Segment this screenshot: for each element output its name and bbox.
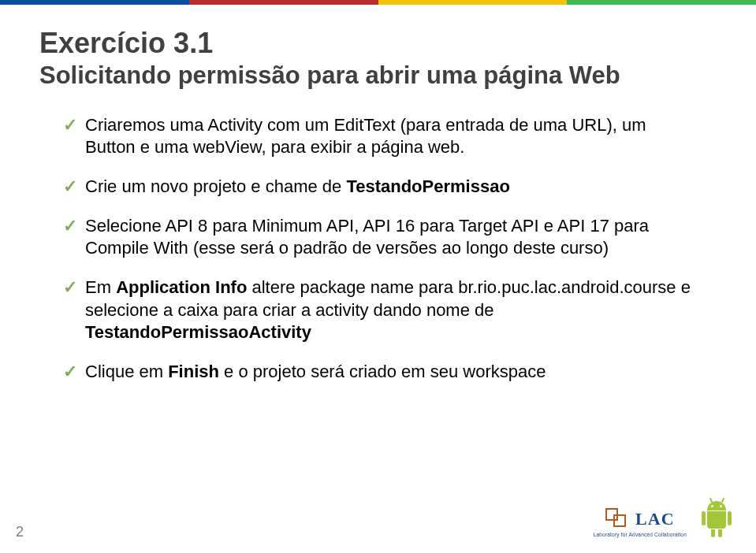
- bold-term: Application Info: [116, 277, 247, 297]
- bullet-list: Criaremos uma Activity com um EditText (…: [39, 114, 701, 383]
- top-accent-stripe: [0, 0, 756, 5]
- bold-term: Finish: [168, 362, 219, 381]
- bold-term: TestandoPermissao: [346, 176, 509, 196]
- lac-logo-subtext: Laboratory for Advanced Collaboration: [594, 532, 687, 537]
- bullet-text: Criaremos uma Activity com um EditText (…: [85, 115, 646, 157]
- slide-subtitle: Solicitando permissão para abrir uma pág…: [39, 61, 701, 90]
- bullet-text: e o projeto será criado em seu workspace: [219, 362, 546, 381]
- android-icon: [701, 501, 732, 537]
- bullet-text: Clique em: [85, 362, 168, 381]
- list-item: Crie um novo projeto e chame de Testando…: [63, 176, 701, 198]
- footer-logos: LAC Laboratory for Advanced Collaboratio…: [594, 501, 732, 537]
- page-number: 2: [16, 524, 24, 540]
- list-item: Criaremos uma Activity com um EditText (…: [63, 114, 701, 158]
- bullet-text: Selecione API 8 para Minimum API, API 16…: [85, 216, 649, 258]
- slide-title: Exercício 3.1: [39, 27, 701, 59]
- lac-logo-text: LAC: [635, 509, 674, 529]
- list-item: Em Application Info altere package name …: [63, 276, 701, 343]
- slide-content: Exercício 3.1 Solicitando permissão para…: [39, 27, 701, 400]
- bullet-text: Crie um novo projeto e chame de: [85, 176, 346, 196]
- bullet-text: Em: [85, 277, 116, 297]
- bold-term: TestandoPermissaoActivity: [85, 322, 311, 342]
- list-item: Clique em Finish e o projeto será criado…: [63, 361, 701, 383]
- list-item: Selecione API 8 para Minimum API, API 16…: [63, 215, 701, 259]
- lac-logo: LAC Laboratory for Advanced Collaboratio…: [594, 508, 687, 537]
- lac-mark-icon: [605, 508, 631, 530]
